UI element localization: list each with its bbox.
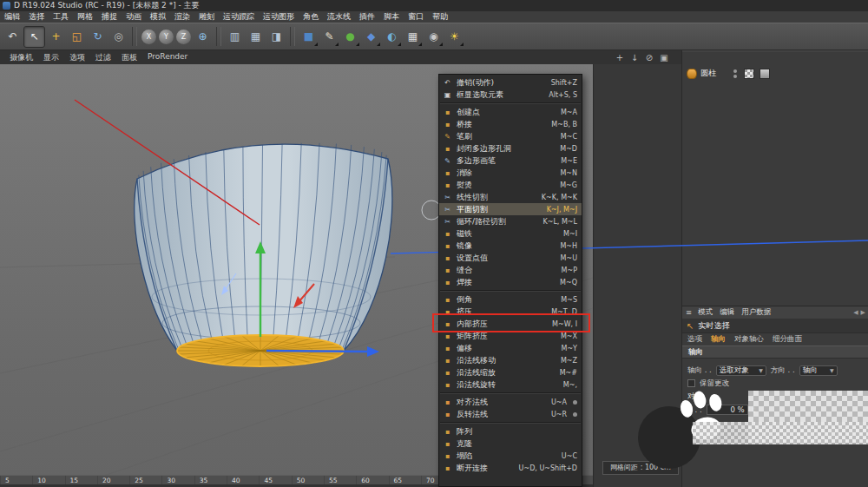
context-menu-item[interactable]: ▪创建点M~A xyxy=(439,106,582,118)
timeline-frame-label[interactable]: 60 xyxy=(361,477,370,484)
timeline-frame-label[interactable]: 30 xyxy=(168,477,176,484)
context-menu-item[interactable]: ▪克隆 xyxy=(439,438,582,450)
axis-lock-x[interactable]: X xyxy=(141,30,156,44)
render-view-icon[interactable]: ▥ xyxy=(225,27,245,47)
timeline-frame-label[interactable]: 5 xyxy=(5,477,10,484)
environment-icon[interactable]: ◐ xyxy=(382,27,402,47)
last-tool-icon[interactable]: ◎ xyxy=(108,27,128,47)
menubar-item[interactable]: 雕刻 xyxy=(194,11,219,23)
menubar-item[interactable]: 窗口 xyxy=(404,11,428,23)
pan-view-icon[interactable]: + xyxy=(615,53,625,63)
timeline-frame-label[interactable]: 20 xyxy=(102,477,111,484)
timeline-frame-label[interactable]: 15 xyxy=(70,477,79,484)
context-menu-item[interactable]: ▣框显选取元素Alt+S, S xyxy=(439,89,582,101)
viewport-menu-item[interactable]: 显示 xyxy=(38,52,64,63)
viewport-menu-item[interactable]: ProRender xyxy=(142,52,193,63)
menubar-item[interactable]: 网格 xyxy=(73,11,97,23)
menu-item-option-dot[interactable] xyxy=(573,412,577,417)
context-menu-item[interactable]: ▪消除M~N xyxy=(439,167,582,179)
gizmo-x-arrowhead[interactable] xyxy=(367,346,379,357)
light-icon[interactable]: ☀ xyxy=(444,27,464,47)
context-menu-item[interactable]: ▪断开连接U~D, U~Shift+D xyxy=(439,462,582,474)
render-picture-icon[interactable]: ▦ xyxy=(246,27,266,47)
rotate-icon[interactable]: ↻ xyxy=(88,27,108,47)
menubar-item[interactable]: 插件 xyxy=(355,11,379,23)
direction-dropdown[interactable]: 轴向▼ xyxy=(799,365,838,376)
context-menu-item[interactable]: ▪偏移M~Y xyxy=(439,342,582,354)
orbit-view-icon[interactable]: ⊘ xyxy=(644,53,654,63)
timeline-frame-label[interactable]: 40 xyxy=(232,477,240,484)
menubar-item[interactable]: 渲染 xyxy=(170,11,194,23)
menubar-item[interactable]: 脚本 xyxy=(379,11,404,23)
dolly-view-icon[interactable]: ↓ xyxy=(629,53,640,63)
context-menu-item[interactable]: ▪熨烫M~G xyxy=(439,179,582,191)
model-silhouette[interactable] xyxy=(135,144,392,366)
menubar-item[interactable]: 运动图形 xyxy=(259,11,299,23)
burger-icon[interactable]: ≡ xyxy=(686,308,692,317)
render-settings-icon[interactable]: ◨ xyxy=(266,27,286,47)
context-menu-item[interactable]: ▪倒角M~S xyxy=(439,293,582,306)
menubar-item[interactable]: 动画 xyxy=(122,11,146,23)
deformer-icon[interactable]: ◆ xyxy=(361,27,381,47)
context-menu-item[interactable]: ✂线性切割K~K, M~K xyxy=(439,191,582,203)
viewport-menu-item[interactable]: 摄像机 xyxy=(4,52,38,63)
menubar-item[interactable]: 流水线 xyxy=(323,11,355,23)
axis-dropdown[interactable]: 选取对象▼ xyxy=(716,365,766,376)
context-menu-item[interactable]: ▪缝合M~P xyxy=(439,264,582,276)
attribute-tab-2[interactable]: 轴向 xyxy=(711,334,726,345)
context-menu-item[interactable]: ▪沿法线缩放M~# xyxy=(439,366,582,378)
polygon-selection-tag-icon[interactable] xyxy=(744,69,754,79)
gizmo-x-axis[interactable] xyxy=(266,351,369,352)
menubar-item[interactable]: 运动跟踪 xyxy=(219,11,259,23)
visibility-dots[interactable] xyxy=(733,69,737,78)
axis-lock-z[interactable]: Z xyxy=(176,30,191,44)
timeline-frame-label[interactable]: 45 xyxy=(264,477,273,484)
context-menu-item[interactable]: ✎笔刷M~C xyxy=(439,130,582,142)
context-menu-item[interactable]: ▪塌陷U~C xyxy=(439,450,582,462)
menubar-item[interactable]: 捕捉 xyxy=(97,11,122,23)
context-menu-item[interactable]: ▪镜像M~H xyxy=(439,240,582,252)
context-menu-item[interactable]: ▪磁铁M~I xyxy=(439,227,582,240)
history-arrows[interactable]: ◀▶ xyxy=(853,309,865,316)
coordinate-system-icon[interactable]: ⊕ xyxy=(193,27,213,47)
move-icon[interactable]: + xyxy=(46,27,66,47)
camera-icon[interactable]: ◉ xyxy=(424,27,444,47)
context-menu-item[interactable]: ▪封闭多边形孔洞M~D xyxy=(439,142,582,155)
context-menu-item[interactable]: ▪沿法线移动M~Z xyxy=(439,354,582,366)
attribute-menu-item[interactable]: 模式 xyxy=(694,307,716,318)
generator-icon[interactable]: ● xyxy=(340,27,360,47)
live-selection-icon[interactable]: ↖ xyxy=(23,26,45,48)
timeline-frame-label[interactable]: 65 xyxy=(394,477,403,484)
menu-item-option-dot[interactable] xyxy=(573,400,577,405)
context-menu-item[interactable]: ▪反转法线U~R xyxy=(439,408,582,420)
attribute-menu-item[interactable]: 用户数据 xyxy=(738,307,774,318)
scale-icon[interactable]: ◱ xyxy=(67,27,87,47)
keep-changes-checkbox[interactable] xyxy=(687,379,695,387)
viewport-menu-item[interactable]: 选项 xyxy=(64,52,90,63)
attribute-tab-4[interactable]: 细分曲面 xyxy=(773,334,802,345)
timeline-frame-label[interactable]: 70 xyxy=(426,477,435,484)
context-menu-item[interactable]: ▪设置点值M~U xyxy=(439,252,582,264)
attribute-tab-3[interactable]: 对象轴心 xyxy=(734,334,764,345)
attribute-tab-1[interactable]: 选项 xyxy=(687,334,702,345)
phong-tag-icon[interactable] xyxy=(760,69,770,79)
undo-icon[interactable]: ↶ xyxy=(3,27,23,47)
add-cube-icon[interactable]: ■ xyxy=(299,27,319,47)
timeline-frame-label[interactable]: 35 xyxy=(200,477,208,484)
context-menu-item[interactable]: ▪焊接M~Q xyxy=(439,276,582,288)
context-menu-item[interactable]: ✂循环/路径切割K~L, M~L xyxy=(439,215,582,227)
menubar-item[interactable]: 工具 xyxy=(49,11,73,23)
object-name[interactable]: 圆柱 xyxy=(700,68,716,79)
context-menu-item[interactable]: ▪阵列 xyxy=(439,425,582,438)
attribute-menu-item[interactable]: 编辑 xyxy=(716,307,738,318)
section-header-axis[interactable]: 轴向 xyxy=(682,346,868,359)
viewport-menu-item[interactable]: 面板 xyxy=(116,52,142,63)
context-menu-item[interactable]: ↶撤销(动作)Shift+Z xyxy=(439,76,582,89)
context-menu-item[interactable]: ▪沿法线旋转M~, xyxy=(439,378,582,391)
menubar-item[interactable]: 模拟 xyxy=(146,11,170,23)
menubar-item[interactable]: 选择 xyxy=(24,11,49,23)
timeline-frame-label[interactable]: 25 xyxy=(135,477,143,484)
menubar-item[interactable]: 编辑 xyxy=(0,11,24,23)
mograph-icon[interactable]: ▦ xyxy=(403,27,423,47)
context-menu-item[interactable]: ✂平面切割K~J, M~J xyxy=(439,203,582,215)
